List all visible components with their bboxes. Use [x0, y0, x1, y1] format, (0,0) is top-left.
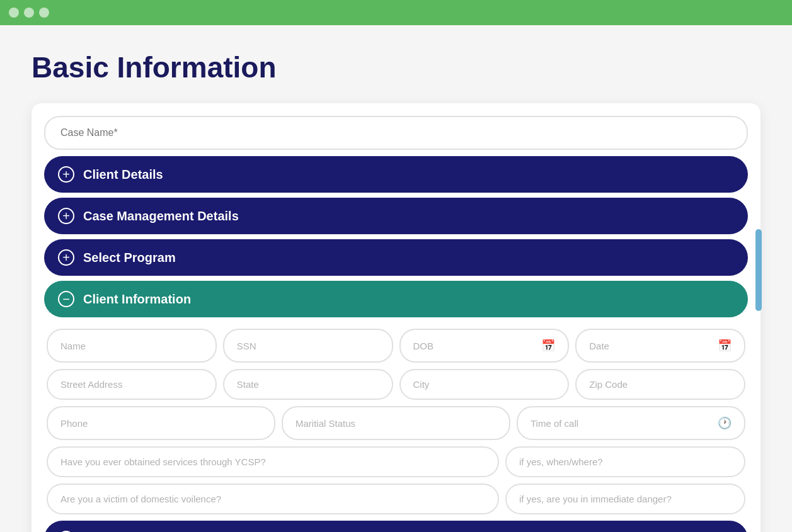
medical-information-section[interactable]: + Medical Information: [44, 521, 748, 532]
main-content: Basic Information + Client Details + Cas…: [0, 25, 792, 532]
date-calendar-icon: 📅: [718, 339, 732, 353]
title-bar-btn-3[interactable]: [39, 8, 49, 18]
name-field[interactable]: Name: [47, 329, 217, 363]
form-card: + Client Details + Case Management Detai…: [32, 103, 760, 532]
marital-status-field[interactable]: Maritial Status: [282, 406, 510, 440]
case-name-input[interactable]: [44, 116, 748, 150]
case-management-label: Case Management Details: [83, 209, 239, 224]
select-program-label: Select Program: [83, 251, 176, 265]
fields-row-4: Have you ever obtained services through …: [47, 446, 745, 477]
case-management-section[interactable]: + Case Management Details: [44, 198, 748, 234]
ssn-field[interactable]: SSN: [223, 329, 393, 363]
client-information-fields: Name SSN DOB 📅 Date 📅 Street Address: [44, 322, 748, 521]
fields-row-2: Street Address State City Zip Code: [47, 369, 745, 400]
time-of-call-field[interactable]: Time of call 🕐: [517, 406, 745, 440]
ycsp-when-where-field[interactable]: if yes, when/where?: [505, 446, 745, 477]
state-field[interactable]: State: [223, 369, 393, 400]
fields-row-3: Phone Maritial Status Time of call 🕐: [47, 406, 745, 440]
immediate-danger-field[interactable]: if yes, are you in immediate danger?: [505, 484, 745, 514]
city-field[interactable]: City: [399, 369, 570, 400]
page-title: Basic Information: [32, 50, 760, 84]
zip-code-field[interactable]: Zip Code: [575, 369, 745, 400]
client-details-section[interactable]: + Client Details: [44, 156, 748, 193]
fields-row-5: Are you a victim of domestic voilence? i…: [47, 484, 745, 514]
client-information-icon: −: [58, 291, 74, 307]
fields-row-1: Name SSN DOB 📅 Date 📅: [47, 329, 745, 363]
phone-field[interactable]: Phone: [47, 406, 275, 440]
client-details-label: Client Details: [83, 167, 163, 182]
client-information-section[interactable]: − Client Information: [44, 281, 748, 317]
date-field[interactable]: Date 📅: [575, 329, 745, 363]
ycsp-services-field[interactable]: Have you ever obtained services through …: [47, 446, 499, 477]
street-address-field[interactable]: Street Address: [47, 369, 217, 400]
client-details-icon: +: [58, 166, 74, 183]
title-bar: [0, 0, 792, 25]
time-clock-icon: 🕐: [718, 416, 732, 430]
select-program-section[interactable]: + Select Program: [44, 239, 748, 276]
title-bar-btn-2[interactable]: [24, 8, 34, 18]
dob-field[interactable]: DOB 📅: [399, 329, 570, 363]
domestic-violence-field[interactable]: Are you a victim of domestic voilence?: [47, 484, 499, 514]
select-program-icon: +: [58, 249, 74, 266]
dob-calendar-icon: 📅: [541, 339, 555, 353]
case-management-icon: +: [58, 208, 74, 224]
title-bar-btn-1[interactable]: [9, 8, 19, 18]
client-information-label: Client Information: [83, 292, 191, 307]
